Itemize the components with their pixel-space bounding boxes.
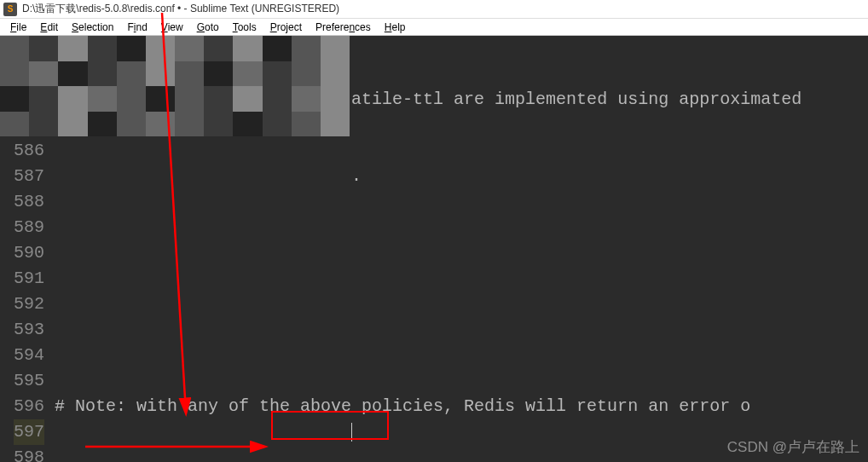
line-number: 598 (14, 445, 44, 462)
line-number: 597 (14, 419, 44, 445)
line-number: 594 (14, 343, 44, 368)
line-number: 589 (14, 215, 44, 240)
code-text: . (351, 166, 362, 186)
line-number: 587 (14, 164, 44, 189)
line-number: 595 (14, 368, 44, 394)
code-text: atile-ttl are implemented using approxim… (351, 90, 801, 109)
menu-view[interactable]: View (154, 21, 190, 33)
line-number: 590 (14, 240, 44, 266)
code-line: # Note: with any of the above policies, … (55, 394, 868, 419)
editor-area[interactable]: 586 587 588 589 590 591 592 593 594 595 … (0, 36, 868, 462)
titlebar: S D:\迅雷下载\redis-5.0.8\redis.conf • - Sub… (0, 0, 868, 19)
line-number: 596 (14, 394, 44, 419)
menu-goto[interactable]: Goto (190, 21, 226, 33)
menu-selection[interactable]: Selection (65, 21, 120, 33)
menu-tools[interactable]: Tools (226, 21, 263, 33)
menu-edit[interactable]: Edit (33, 21, 65, 33)
obscured-region (0, 36, 350, 136)
line-number: 586 (14, 138, 44, 164)
line-number: 588 (14, 189, 44, 215)
menu-project[interactable]: Project (263, 21, 309, 33)
line-number: 591 (14, 266, 44, 292)
line-number: 593 (14, 317, 44, 343)
text-cursor-icon (351, 423, 352, 442)
menu-preferences[interactable]: Preferences (309, 21, 378, 33)
menubar: File Edit Selection Find View Goto Tools… (0, 19, 868, 36)
menu-help[interactable]: Help (378, 21, 413, 33)
app-icon: S (3, 3, 17, 16)
menu-file[interactable]: File (3, 21, 33, 33)
line-number: 592 (14, 292, 44, 317)
window-title: D:\迅雷下载\redis-5.0.8\redis.conf • - Subli… (22, 2, 339, 16)
menu-find[interactable]: Find (120, 21, 153, 33)
